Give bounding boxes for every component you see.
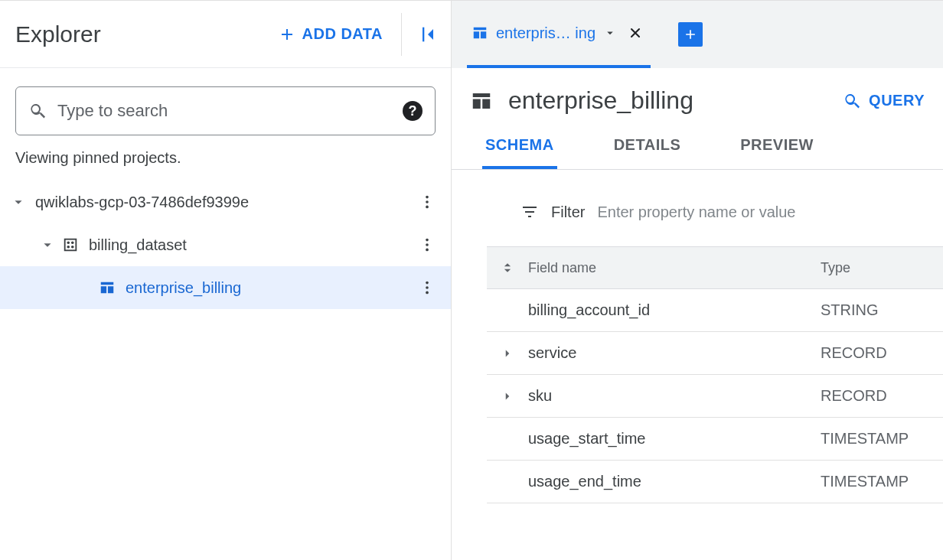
svg-point-1 xyxy=(426,200,429,203)
pinned-projects-note: Viewing pinned projects. xyxy=(0,142,451,177)
field-name: usage_end_time xyxy=(528,473,821,490)
schema-table-header: Field name Type xyxy=(487,246,943,289)
document-tab-bar: enterpris… ing xyxy=(452,1,943,68)
svg-point-11 xyxy=(426,282,429,285)
table-icon xyxy=(95,279,119,296)
tab-schema[interactable]: SCHEMA xyxy=(482,136,557,169)
expand-right-icon[interactable] xyxy=(501,389,514,403)
resource-tree: qwiklabs-gcp-03-7486def9399e billing_dat… xyxy=(0,177,451,309)
divider xyxy=(401,13,402,56)
more-vert-icon xyxy=(419,236,436,253)
object-header: enterprise_billing QUERY xyxy=(452,68,943,127)
chevron-down-icon xyxy=(39,236,56,253)
svg-point-4 xyxy=(67,242,69,243)
header-field-name: Field name xyxy=(528,260,821,276)
tree-dataset-row[interactable]: billing_dataset xyxy=(0,223,451,266)
tab-details[interactable]: DETAILS xyxy=(611,136,684,169)
tree-project-label: qwiklabs-gcp-03-7486def9399e xyxy=(29,194,416,211)
field-name: usage_start_time xyxy=(528,430,821,448)
collapse-panel-button[interactable] xyxy=(411,18,445,51)
schema-row[interactable]: sku RECORD xyxy=(487,375,943,418)
schema-row[interactable]: service RECORD xyxy=(487,332,943,375)
field-name: sku xyxy=(528,387,821,405)
explorer-header: Explorer ADD DATA xyxy=(0,1,451,68)
svg-point-6 xyxy=(67,246,69,248)
caret-down-icon[interactable] xyxy=(603,26,617,40)
document-tab-label: enterpris… ing xyxy=(496,24,595,42)
object-title: enterprise_billing xyxy=(508,86,827,115)
search-input[interactable] xyxy=(57,101,392,121)
new-tab-button[interactable] xyxy=(678,22,703,47)
field-name: service xyxy=(528,344,821,362)
filter-label: Filter xyxy=(551,203,585,221)
chevron-down-icon xyxy=(10,194,27,210)
svg-point-0 xyxy=(426,196,429,199)
field-type: STRING xyxy=(821,301,943,319)
field-type: RECORD xyxy=(821,387,943,405)
tree-project-row[interactable]: qwiklabs-gcp-03-7486def9399e xyxy=(0,181,451,223)
collapse-left-icon xyxy=(417,24,439,45)
sort-icon xyxy=(500,260,515,275)
svg-point-2 xyxy=(426,206,429,209)
svg-point-13 xyxy=(426,291,429,295)
close-tab-button[interactable] xyxy=(625,22,646,44)
sort-toggle[interactable] xyxy=(487,260,528,275)
schema-row[interactable]: billing_account_id STRING xyxy=(487,289,943,332)
plus-icon xyxy=(278,25,296,44)
more-vert-icon xyxy=(419,194,436,210)
schema-table: Field name Type billing_account_id STRIN… xyxy=(487,246,943,503)
search-box[interactable]: ? xyxy=(15,86,436,135)
tree-dataset-label: billing_dataset xyxy=(83,236,416,254)
schema-area: Filter Field name Type billing_account_i… xyxy=(452,170,943,503)
svg-point-9 xyxy=(426,243,429,246)
svg-point-10 xyxy=(426,249,429,252)
header-type: Type xyxy=(821,260,943,276)
svg-point-12 xyxy=(426,286,429,289)
search-area: ? xyxy=(0,68,451,142)
schema-row[interactable]: usage_end_time TIMESTAMP xyxy=(487,461,943,503)
query-button[interactable]: QUERY xyxy=(843,92,925,110)
project-actions-button[interactable] xyxy=(416,190,439,213)
field-type: TIMESTAMP xyxy=(821,430,943,448)
filter-icon xyxy=(520,203,539,221)
tree-table-row[interactable]: enterprise_billing xyxy=(0,266,451,309)
object-subtabs: SCHEMA DETAILS PREVIEW xyxy=(452,127,943,170)
search-icon xyxy=(28,102,47,120)
query-label: QUERY xyxy=(869,92,925,109)
document-tab[interactable]: enterpris… ing xyxy=(467,1,651,68)
detail-panel: enterpris… ing enterprise_billing QUERY xyxy=(452,0,943,560)
field-name: billing_account_id xyxy=(528,301,821,319)
schema-row[interactable]: usage_start_time TIMESTAMP xyxy=(487,418,943,461)
plus-icon xyxy=(683,27,698,42)
add-data-label: ADD DATA xyxy=(302,25,383,43)
dataset-actions-button[interactable] xyxy=(416,233,439,256)
more-vert-icon xyxy=(419,279,436,296)
dataset-icon xyxy=(58,236,83,253)
svg-point-5 xyxy=(72,242,73,243)
table-icon xyxy=(472,24,488,41)
tab-preview[interactable]: PREVIEW xyxy=(737,136,817,169)
svg-point-8 xyxy=(426,239,429,242)
add-data-button[interactable]: ADD DATA xyxy=(269,19,392,50)
explorer-title: Explorer xyxy=(15,21,101,47)
search-icon xyxy=(843,92,861,110)
help-icon[interactable]: ? xyxy=(403,101,423,121)
schema-filter-row: Filter xyxy=(452,193,943,231)
table-icon xyxy=(470,90,493,112)
close-icon xyxy=(628,25,643,41)
svg-rect-3 xyxy=(65,239,77,251)
table-actions-button[interactable] xyxy=(416,276,439,299)
svg-point-7 xyxy=(72,246,73,248)
field-type: RECORD xyxy=(821,344,943,362)
explorer-panel: Explorer ADD DATA ? Viewing pinned xyxy=(0,0,452,560)
expand-right-icon[interactable] xyxy=(501,347,514,360)
tree-table-label: enterprise_billing xyxy=(119,279,416,297)
filter-input[interactable] xyxy=(597,203,912,221)
field-type: TIMESTAMP xyxy=(821,473,943,490)
